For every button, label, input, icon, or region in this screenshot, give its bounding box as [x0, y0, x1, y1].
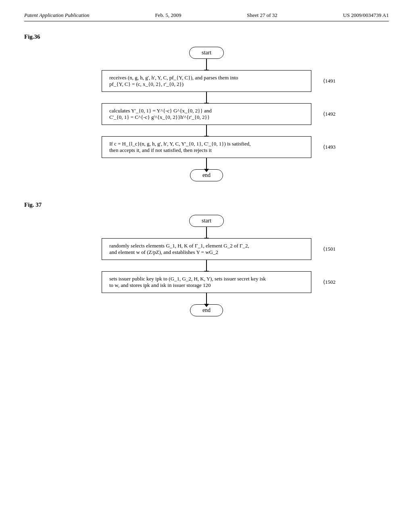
arrow5 [206, 227, 207, 238]
fig36-box1493: If c = H_{l_c}(n, g, h, g', h', Y, C, Y'… [102, 136, 311, 158]
arrow2 [206, 92, 207, 103]
header-sheet: Sheet 27 of 32 [247, 12, 277, 19]
fig36-box1492: calculates Y'_{0, 1} = Y^{-c} G^{x_{0, 2… [102, 103, 311, 125]
arrow4 [206, 158, 207, 169]
page: Patent Application Publication Feb. 5, 2… [0, 0, 413, 532]
fig36-section: Fig.36 start receives (n, g, h, g', h', … [24, 33, 389, 181]
fig37-box1501-wrapper: randomly selects elements G_1, H, K of Γ… [102, 238, 311, 260]
fig36-box1491-wrapper: receives (n, g, h, g', h', Y, C, pf_{Y, … [102, 70, 311, 92]
header-publication-type: Patent Application Publication [24, 12, 90, 19]
fig36-ref1491: ⟨1491 [323, 78, 336, 84]
fig37-start-terminal: start [189, 215, 224, 227]
fig37-label: Fig. 37 [24, 202, 389, 208]
fig37-ref1502: ⟨1502 [323, 279, 336, 285]
fig37-flowchart: start randomly selects elements G_1, H, … [24, 215, 389, 316]
header-date: Feb. 5, 2009 [155, 12, 181, 19]
fig36-box1492-wrapper: calculates Y'_{0, 1} = Y^{-c} G^{x_{0, 2… [102, 103, 311, 125]
fig36-ref1493: ⟨1493 [323, 144, 336, 150]
fig37-section: Fig. 37 start randomly selects elements … [24, 202, 389, 316]
fig36-box1491: receives (n, g, h, g', h', Y, C, pf_{Y, … [102, 70, 311, 92]
fig37-box1502-wrapper: sets issuer public key ipk to (G_1, G_2,… [102, 271, 311, 293]
fig36-ref1492: ⟨1492 [323, 111, 336, 117]
header-patent-number: US 2009/0034739 A1 [343, 12, 389, 19]
fig36-box1493-wrapper: If c = H_{l_c}(n, g, h, g', h', Y, C, Y'… [102, 136, 311, 158]
fig37-ref1501: ⟨1501 [323, 246, 336, 252]
fig37-box1501: randomly selects elements G_1, H, K of Γ… [102, 238, 311, 260]
fig37-box1502: sets issuer public key ipk to (G_1, G_2,… [102, 271, 311, 293]
arrow7 [206, 293, 207, 304]
arrow3 [206, 125, 207, 136]
page-header: Patent Application Publication Feb. 5, 2… [24, 12, 389, 21]
fig36-flowchart: start receives (n, g, h, g', h', Y, C, p… [24, 47, 389, 181]
arrow6 [206, 260, 207, 271]
arrow1 [206, 59, 207, 70]
fig36-start-terminal: start [189, 47, 224, 59]
fig36-label: Fig.36 [24, 33, 389, 40]
